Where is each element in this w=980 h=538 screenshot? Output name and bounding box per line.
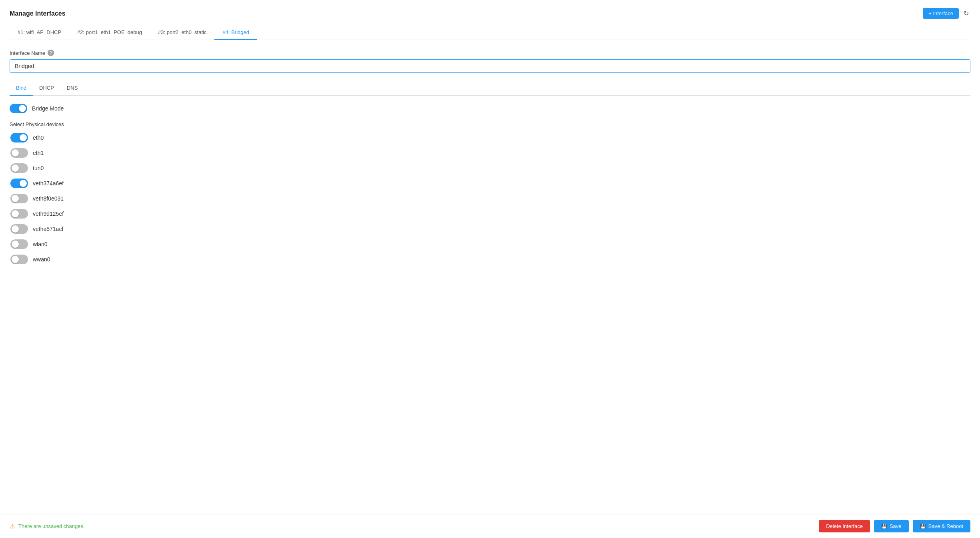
toggle-veth9d125ef[interactable] — [10, 209, 28, 219]
unsaved-notice: ⚠ There are unsaved changes. — [10, 522, 85, 530]
device-row-eth1: eth1 — [10, 148, 970, 158]
device-row-wlan0: wlan0 — [10, 239, 970, 249]
device-row-veth9d125ef: veth9d125ef — [10, 209, 970, 219]
tab-port2-eth0-static[interactable]: #3: port2_eth0_static — [150, 25, 214, 40]
toggle-wwan0[interactable] — [10, 255, 28, 264]
page-title: Manage Interfaces — [10, 10, 66, 17]
physical-devices-label: Select Physical devices — [10, 121, 970, 127]
footer-actions: Delete Interface 💾 Save 💾 Save & Reboot — [819, 520, 970, 532]
bridge-mode-row: Bridge Mode — [10, 104, 970, 113]
help-icon[interactable]: ? — [48, 50, 54, 56]
sub-tab-bind[interactable]: Bind — [10, 81, 33, 96]
content-area: Interface Name ? Bind DHCP DNS Bridge Mo… — [10, 40, 970, 274]
device-name-tun0: tun0 — [33, 165, 44, 171]
tab-wifi-ap-dhcp[interactable]: #1: wifi_AP_DHCP — [10, 25, 69, 40]
page-header: Manage Interfaces + Interface ↻ — [10, 8, 970, 19]
toggle-vetha571acf[interactable] — [10, 224, 28, 234]
device-name-veth9d125ef: veth9d125ef — [33, 211, 64, 217]
toggle-wlan0[interactable] — [10, 239, 28, 249]
bridge-mode-toggle[interactable] — [10, 104, 27, 113]
sub-tabs: Bind DHCP DNS — [10, 81, 970, 96]
toggle-veth374a6ef[interactable] — [10, 179, 28, 188]
save-reboot-button[interactable]: 💾 Save & Reboot — [913, 520, 970, 532]
device-row-tun0: tun0 — [10, 163, 970, 173]
device-row-veth8f0e031: veth8f0e031 — [10, 194, 970, 203]
save-icon: 💾 — [881, 524, 887, 529]
delete-interface-button[interactable]: Delete Interface — [819, 520, 870, 532]
bridge-mode-label: Bridge Mode — [32, 105, 64, 112]
interface-name-label: Interface Name ? — [10, 50, 970, 56]
add-interface-button[interactable]: + Interface — [923, 8, 959, 19]
save-reboot-icon: 💾 — [920, 524, 926, 529]
footer: ⚠ There are unsaved changes. Delete Inte… — [0, 514, 980, 538]
refresh-button[interactable]: ↻ — [962, 8, 970, 19]
toggle-tun0[interactable] — [10, 163, 28, 173]
sub-tab-dhcp[interactable]: DHCP — [33, 81, 60, 96]
sub-tab-dns[interactable]: DNS — [60, 81, 84, 96]
device-row-eth0: eth0 — [10, 133, 970, 143]
bridge-mode-slider — [10, 104, 27, 113]
tab-port1-eth1-poe[interactable]: #2: port1_eth1_POE_debug — [69, 25, 150, 40]
device-name-vetha571acf: vetha571acf — [33, 226, 63, 232]
device-name-veth8f0e031: veth8f0e031 — [33, 195, 64, 202]
toggle-eth0[interactable] — [10, 133, 28, 143]
device-name-veth374a6ef: veth374a6ef — [33, 180, 64, 187]
device-name-wlan0: wlan0 — [33, 241, 48, 247]
interface-name-group: Interface Name ? — [10, 50, 970, 73]
refresh-icon: ↻ — [964, 10, 969, 17]
tab-bridged[interactable]: #4: Bridged — [214, 25, 257, 40]
device-list: eth0 eth1 tun0 — [10, 133, 970, 264]
header-actions: + Interface ↻ — [923, 8, 970, 19]
device-row-veth374a6ef: veth374a6ef — [10, 179, 970, 188]
device-name-eth1: eth1 — [33, 150, 44, 156]
warning-icon: ⚠ — [10, 522, 15, 530]
device-row-vetha571acf: vetha571acf — [10, 224, 970, 234]
device-name-eth0: eth0 — [33, 134, 44, 141]
interface-tabs: #1: wifi_AP_DHCP #2: port1_eth1_POE_debu… — [10, 25, 970, 40]
toggle-veth8f0e031[interactable] — [10, 194, 28, 203]
device-name-wwan0: wwan0 — [33, 256, 50, 263]
save-button[interactable]: 💾 Save — [874, 520, 909, 532]
unsaved-message: There are unsaved changes. — [18, 523, 85, 529]
interface-name-input[interactable] — [10, 59, 970, 73]
device-row-wwan0: wwan0 — [10, 255, 970, 264]
toggle-eth1[interactable] — [10, 148, 28, 158]
